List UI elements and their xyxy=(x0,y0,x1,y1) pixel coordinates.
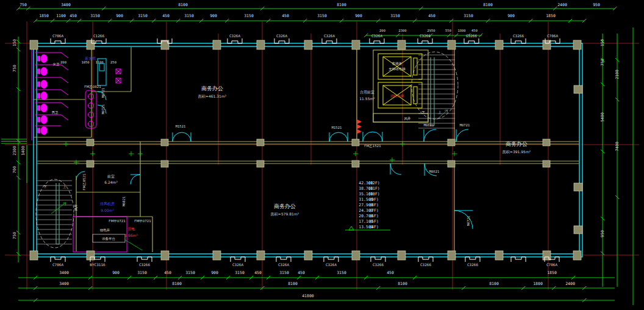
window-tag: C326A xyxy=(371,34,382,38)
dim-value: 2950 xyxy=(427,29,435,32)
window-tag: BYC3116 xyxy=(90,262,106,267)
dims-top-local: 200 2300 2950 550 1800 450 xyxy=(379,29,478,32)
level-floor: (5F) xyxy=(369,219,379,224)
room-area-office-right: 面积=391.95m² xyxy=(503,150,531,154)
level-floor: (12F) xyxy=(368,181,380,186)
window-tags-top: C706A C1266 C326A C326A C326A C326A C326… xyxy=(52,34,558,38)
window-tag: C326A xyxy=(229,34,240,38)
dim-value: 900 xyxy=(355,13,362,18)
dim-value: 900 xyxy=(112,270,120,275)
dim-value: 3150 xyxy=(463,13,473,18)
window-tags-bottom: C706A BYC3116 C3266 C326A C326A C326A C3… xyxy=(52,262,557,267)
window-tag: C326A xyxy=(326,262,337,267)
dim-value: 3150 xyxy=(390,13,400,18)
dim-value: 450 xyxy=(162,13,170,18)
level-floor: (11F) xyxy=(368,186,380,191)
dim-value: 3150 xyxy=(279,270,289,275)
dims-bottom-row2: 3400 8100 8100 8100 8100 1800 2400 xyxy=(59,281,575,286)
elevator-labels: 客梯兼 无障碍电梯 消防电梯 xyxy=(388,62,406,98)
door-tag: M0721 xyxy=(101,104,105,115)
dim-value: 1100 xyxy=(56,13,66,18)
room-area-strong-electric: 1.66m² xyxy=(124,233,138,237)
dim-value: 1050 xyxy=(81,60,89,64)
room-name-fan-room: 排风机房 xyxy=(100,201,115,206)
dim-value: 8100 xyxy=(178,2,188,7)
dim-value: 8100 xyxy=(172,281,182,286)
dim-value: 1850 xyxy=(547,270,557,275)
dim-value: 900 xyxy=(116,13,123,18)
dim-value: 900 xyxy=(507,13,515,18)
cad-floor-plan-canvas: 750 3400 8100 8100 8100 2400 950 1850 11… xyxy=(0,0,644,310)
dim-value: 8100 xyxy=(288,281,298,286)
dim-value: 8100 xyxy=(337,2,346,7)
room-area-office-bottom: 面积=579.81m² xyxy=(271,212,299,217)
room-area-office-top: 面积=461.31m² xyxy=(198,94,227,99)
dim-value: 200 xyxy=(60,60,66,64)
window-tag: C326A xyxy=(278,262,289,267)
dim-value: 450 xyxy=(282,13,289,18)
dim-value: 750 xyxy=(600,59,605,66)
dim-value: 150 xyxy=(600,39,605,46)
stair-right xyxy=(412,52,458,128)
window-tag: C326A xyxy=(324,34,335,38)
fire-hydrant-symbols xyxy=(357,120,362,134)
dim-value: 3150 xyxy=(90,13,100,18)
dim-value: 3150 xyxy=(137,270,147,275)
dim-value: 1850 xyxy=(546,13,556,18)
floor-plan-drawing: 750 3400 8100 8100 8100 2400 950 1850 11… xyxy=(0,0,644,310)
dim-value: 2100 xyxy=(615,70,620,79)
window-tag: C1266 xyxy=(93,34,104,38)
air-shaft-label: 风井 xyxy=(404,117,412,120)
dim-value: 3150 xyxy=(317,13,327,18)
door-tag: M1521 xyxy=(332,126,342,129)
dim-value: 900 xyxy=(211,270,218,275)
air-shaft-label-2: 风井 xyxy=(74,204,77,211)
room-name-office-bottom: 商务办公 xyxy=(274,203,296,209)
fire-door-tag: FM甲0721 xyxy=(134,219,151,223)
dim-value: 2300 xyxy=(398,29,406,32)
dim-value: 3400 xyxy=(59,270,69,275)
dim-value: 750 xyxy=(12,232,17,239)
fire-elevator-label: 消防电梯 xyxy=(390,94,404,98)
door-tag: M0721 xyxy=(101,88,105,98)
dim-value: 3150 xyxy=(184,13,194,18)
male-toilet-label: 男卫 xyxy=(52,110,59,115)
toilet-partitions xyxy=(35,52,121,126)
fire-door-tag: FM甲0721 xyxy=(109,219,125,223)
dim-value: 1800 xyxy=(457,29,465,32)
dim-value: 7400 xyxy=(615,142,620,151)
dim-value: 3150 xyxy=(337,270,346,275)
room-name-office-right: 商务办公 xyxy=(506,141,528,147)
dim-value: 3400 xyxy=(61,2,71,7)
dim-value: 750 xyxy=(20,2,27,7)
room-area-front-room: 6.24m² xyxy=(104,180,118,184)
female-toilet-label: 女卫 xyxy=(53,62,60,66)
window-tag: C3266 xyxy=(466,34,477,38)
fire-door-tag: FM乙0521 xyxy=(82,173,86,190)
dim-value: 2300 xyxy=(12,146,17,156)
dim-value: 450 xyxy=(254,270,262,275)
stair-up-label: 上 xyxy=(438,110,442,114)
structural-columns xyxy=(30,40,582,260)
door-tag: M1521 xyxy=(176,124,186,128)
dims-right: 150 750 5400 950 2100 7400 xyxy=(600,39,620,237)
level-floor: (7F) xyxy=(369,208,379,213)
window-tag: C706A xyxy=(547,34,558,38)
dim-value: 200 xyxy=(379,29,385,32)
fire-door-tag: FM乙1521 xyxy=(364,144,381,148)
stair-left xyxy=(36,179,74,248)
window-tag: C3266 xyxy=(420,34,431,38)
dim-value: 950 xyxy=(593,2,600,7)
door-tag: M0721 xyxy=(467,216,470,226)
dim-value: 700 xyxy=(12,166,17,173)
dim-value: 450 xyxy=(428,13,435,18)
window-tag: C3266 xyxy=(420,262,431,267)
room-name-front-room: 前室 xyxy=(107,174,115,178)
level-floor: (6F) xyxy=(369,214,379,218)
door-tag: M0721 xyxy=(460,123,470,127)
stair-down-label: 下 xyxy=(43,185,47,189)
dim-value: 8100 xyxy=(489,281,499,286)
dims-top-row2: 1850 1100 450 3150 900 3150 450 3150 900… xyxy=(39,13,556,18)
window-tag: C706A xyxy=(52,34,63,38)
dim-value: 3150 xyxy=(185,270,195,275)
